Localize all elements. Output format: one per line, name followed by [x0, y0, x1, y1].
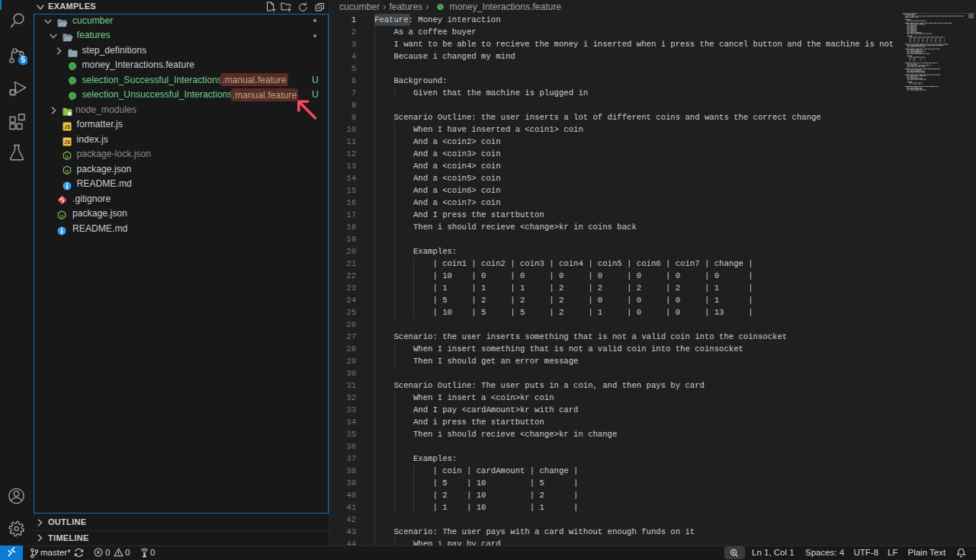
svg-text:js: js	[65, 154, 69, 158]
svg-text:js: js	[65, 168, 69, 173]
svg-text:js: js	[59, 213, 63, 218]
svg-text:JS: JS	[64, 139, 71, 145]
svg-text:JS: JS	[64, 124, 71, 130]
svg-text:5: 5	[21, 56, 26, 64]
